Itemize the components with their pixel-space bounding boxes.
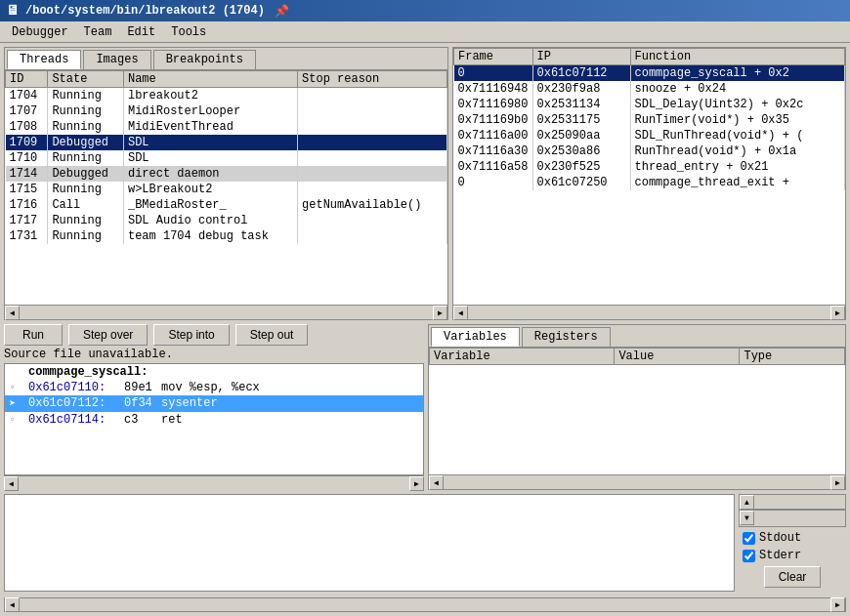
- table-row[interactable]: 1715 Running w>LBreakout2: [6, 182, 447, 197]
- stderr-checkbox[interactable]: [743, 550, 755, 562]
- run-button[interactable]: Run: [4, 324, 63, 346]
- scroll-right-bot[interactable]: ▶: [830, 597, 845, 612]
- col-type: Type: [740, 349, 845, 365]
- table-row[interactable]: 1709 Debugged SDL: [6, 135, 447, 150]
- table-row[interactable]: 0x71116980 0x2531134 SDL_Delay(Uint32) +…: [454, 97, 845, 112]
- threads-hscroll[interactable]: ◀ ▶: [5, 305, 447, 319]
- variables-panel: Variables Registers Variable Value Type: [428, 324, 846, 490]
- table-row[interactable]: 1707 Running MidiRosterLooper: [6, 103, 447, 119]
- stdout-label: Stdout: [759, 531, 801, 545]
- source-line-3: ◦ 0x61c07114: c3 ret: [5, 412, 423, 428]
- table-row[interactable]: 1731 Running team 1704 debug task: [6, 228, 447, 244]
- output-controls: Stdout Stderr Clear: [739, 527, 846, 592]
- table-row[interactable]: 0x71116948 0x230f9a8 snooze + 0x24: [454, 81, 845, 97]
- scroll-right-src[interactable]: ▶: [409, 476, 424, 491]
- title-icon: 🖥: [6, 3, 20, 19]
- output-scroll[interactable]: ▲ ▼: [739, 494, 846, 527]
- scroll-left[interactable]: ◀: [5, 306, 20, 320]
- table-row[interactable]: 0 0x61c07250 commpage_thread_exit +: [454, 175, 845, 190]
- variables-table: Variable Value Type: [429, 348, 845, 365]
- source-line-2: ➤ 0x61c07112: 0f34 sysenter: [5, 395, 423, 412]
- tab-registers[interactable]: Registers: [522, 327, 611, 347]
- debug-buttons: Run Step over Step into Step out: [4, 324, 424, 346]
- menu-bar: Debugger Team Edit Tools: [0, 21, 850, 43]
- scroll-right-frames[interactable]: ▶: [830, 306, 845, 320]
- menu-edit[interactable]: Edit: [119, 23, 163, 41]
- source-code-box[interactable]: commpage_syscall: ◦ 0x61c07110: 89e1 mov…: [4, 363, 424, 475]
- table-row[interactable]: 0x71116a30 0x2530a86 RunThread(void*) + …: [454, 144, 845, 159]
- threads-tabs: Threads Images Breakpoints: [5, 48, 447, 70]
- table-row[interactable]: 1704 Running lbreakout2: [6, 88, 447, 104]
- col-id: ID: [6, 71, 48, 88]
- tab-images[interactable]: Images: [83, 50, 150, 69]
- title-text: /boot/system/bin/lbreakout2 (1704): [25, 4, 265, 18]
- stdout-row: Stdout: [743, 531, 842, 545]
- table-row[interactable]: 1708 Running MidiEventThread: [6, 119, 447, 135]
- col-ip: IP: [532, 49, 630, 65]
- scroll-right[interactable]: ▶: [433, 306, 447, 320]
- table-row[interactable]: 0 0x61c07112 commpage_syscall + 0x2: [454, 65, 845, 82]
- col-state: State: [48, 71, 124, 88]
- scroll-left-bot[interactable]: ◀: [5, 597, 20, 612]
- variables-table-container[interactable]: Variable Value Type: [429, 348, 845, 474]
- scroll-up-out[interactable]: ▲: [740, 495, 754, 510]
- tab-breakpoints[interactable]: Breakpoints: [153, 50, 256, 69]
- output-panel[interactable]: [4, 494, 735, 592]
- table-row[interactable]: 1710 Running SDL: [6, 150, 447, 166]
- threads-table: ID State Name Stop reason 1704 Running l…: [5, 70, 447, 244]
- stderr-row: Stderr: [743, 549, 842, 562]
- source-label-line: commpage_syscall:: [5, 364, 423, 380]
- col-variable: Variable: [430, 349, 615, 365]
- bottom-hscroll[interactable]: ◀ ▶: [4, 597, 846, 612]
- step-into-button[interactable]: Step into: [153, 324, 229, 346]
- source-panel: Run Step over Step into Step out Source …: [4, 324, 424, 490]
- col-name: Name: [123, 71, 297, 88]
- scroll-left-frames[interactable]: ◀: [453, 306, 468, 320]
- var-tabs: Variables Registers: [429, 325, 845, 348]
- table-row[interactable]: 0x71116a58 0x230f525 thread_entry + 0x21: [454, 159, 845, 175]
- frames-hscroll[interactable]: ◀ ▶: [453, 305, 845, 319]
- col-frame: Frame: [454, 49, 533, 65]
- scroll-right-var[interactable]: ▶: [830, 475, 845, 490]
- stderr-label: Stderr: [759, 549, 801, 562]
- frames-table-container[interactable]: Frame IP Function 0 0x61c07112 commpage_…: [453, 48, 845, 305]
- tab-variables[interactable]: Variables: [431, 327, 520, 347]
- table-row[interactable]: 0x71116a00 0x25090aa SDL_RunThread(void*…: [454, 128, 845, 144]
- clear-button[interactable]: Clear: [764, 566, 822, 588]
- scroll-left-src[interactable]: ◀: [4, 476, 19, 491]
- col-function: Function: [630, 49, 844, 65]
- menu-team[interactable]: Team: [76, 23, 120, 41]
- table-row[interactable]: 1717 Running SDL Audio control: [6, 213, 447, 228]
- frames-panel: Frame IP Function 0 0x61c07112 commpage_…: [452, 47, 846, 320]
- frames-table: Frame IP Function 0 0x61c07112 commpage_…: [453, 48, 845, 190]
- source-hscroll[interactable]: ◀ ▶: [4, 475, 424, 490]
- threads-table-container[interactable]: ID State Name Stop reason 1704 Running l…: [5, 70, 447, 305]
- source-unavailable-label: Source file unavailable.: [4, 348, 424, 361]
- pin-icon[interactable]: 📌: [275, 4, 289, 19]
- scroll-down-out[interactable]: ▼: [740, 511, 754, 525]
- title-bar: 🖥 /boot/system/bin/lbreakout2 (1704) 📌: [0, 0, 850, 21]
- table-row[interactable]: 1714 Debugged direct daemon: [6, 166, 447, 182]
- table-row[interactable]: 1716 Call _BMediaRoster_ getNumAvailable…: [6, 197, 447, 213]
- threads-panel: Threads Images Breakpoints ID State Name…: [4, 47, 448, 320]
- scroll-left-var[interactable]: ◀: [429, 475, 444, 490]
- col-stop: Stop reason: [298, 71, 447, 88]
- table-row[interactable]: 0x711169b0 0x2531175 RunTimer(void*) + 0…: [454, 112, 845, 128]
- step-out-button[interactable]: Step out: [235, 324, 309, 346]
- source-line-1: ◦ 0x61c07110: 89e1 mov %esp, %ecx: [5, 380, 423, 395]
- tab-threads[interactable]: Threads: [7, 50, 81, 69]
- stdout-checkbox[interactable]: [743, 532, 755, 545]
- menu-tools[interactable]: Tools: [163, 23, 214, 41]
- col-value: Value: [615, 349, 740, 365]
- var-hscroll[interactable]: ◀ ▶: [429, 474, 845, 489]
- menu-debugger[interactable]: Debugger: [4, 23, 76, 41]
- step-over-button[interactable]: Step over: [68, 324, 148, 346]
